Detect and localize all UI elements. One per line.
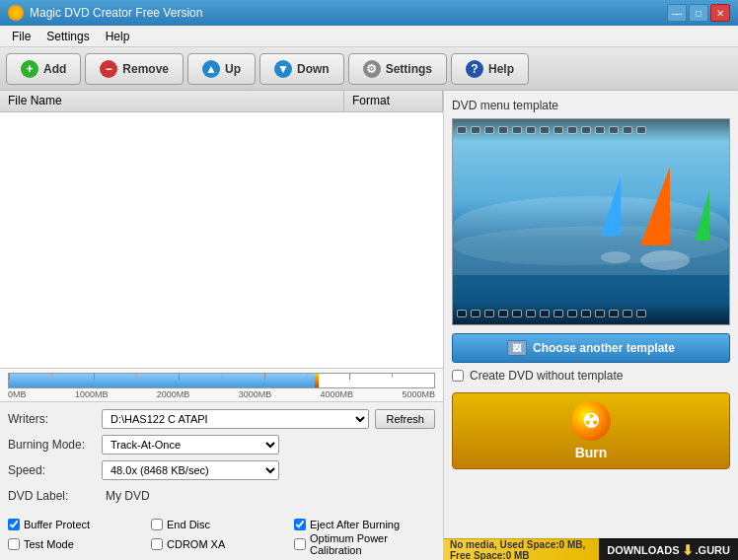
writers-label: Writers: [8, 412, 102, 426]
writers-dropdown[interactable]: D:\HAS122 C ATAPI [102, 409, 369, 429]
menu-bar: File Settings Help [0, 26, 738, 47]
left-panel: File Name Format [0, 91, 444, 560]
add-button[interactable]: + Add [6, 53, 81, 85]
help-label: Help [488, 62, 514, 76]
burning-mode-row: Burning Mode: Track-At-Once [8, 434, 435, 455]
film-strip-bottom [453, 303, 729, 324]
main-area: File Name Format [0, 91, 738, 560]
down-label: Down [297, 62, 330, 76]
close-button[interactable]: ✕ [710, 4, 730, 22]
progress-area: 0MB 1000MB 2000MB 3000MB 4000MB 5000MB [0, 369, 443, 402]
add-icon: + [21, 60, 38, 78]
burn-label: Burn [575, 445, 608, 460]
logo-suffix: .GURU [696, 544, 730, 556]
help-button[interactable]: ? Help [451, 53, 529, 85]
tick-5000mb: 5000MB [402, 389, 435, 399]
downloads-logo: DOWNLOADS ⬇ .GURU [599, 538, 738, 560]
checkbox-test-mode[interactable]: Test Mode [8, 532, 149, 556]
up-icon: ▲ [202, 60, 220, 78]
right-panel: DVD menu template [444, 91, 738, 560]
title-bar: Magic DVD Creator Free Version — □ ✕ [0, 0, 738, 26]
refresh-button[interactable]: Refresh [375, 409, 435, 429]
logo-arrow: ⬇ [682, 542, 694, 558]
test-mode-input[interactable] [8, 538, 20, 550]
tick-0mb: 0MB [8, 389, 27, 399]
menu-file[interactable]: File [4, 28, 38, 45]
sail3 [695, 191, 709, 241]
dvd-label-label: DVD Label: [8, 489, 102, 503]
tick-4000mb: 4000MB [321, 389, 354, 399]
tick-3000mb: 3000MB [239, 389, 272, 399]
burning-mode-dropdown[interactable]: Track-At-Once [102, 435, 279, 455]
help-icon: ? [466, 60, 483, 78]
writers-row: Writers: D:\HAS122 C ATAPI Refresh [8, 408, 435, 430]
eject-after-label: Eject After Burning [310, 519, 400, 530]
film-strip-top [453, 119, 729, 141]
no-template-row: Create DVD without template [452, 369, 730, 383]
checkbox-optimum-power[interactable]: Optimum Power Calibration [294, 532, 435, 556]
settings-area: Writers: D:\HAS122 C ATAPI Refresh Burni… [0, 402, 443, 517]
settings-button[interactable]: ⚙ Settings [348, 53, 447, 85]
menu-help[interactable]: Help [98, 28, 138, 45]
checkbox-buffer-protect[interactable]: Buffer Protect [8, 519, 149, 530]
optimum-power-label: Optimum Power Calibration [310, 532, 435, 556]
speed-label: Speed: [8, 463, 102, 477]
add-label: Add [43, 62, 66, 76]
tick-1000mb: 1000MB [75, 389, 109, 399]
down-button[interactable]: ▼ Down [259, 53, 344, 85]
burning-mode-label: Burning Mode: [8, 438, 102, 452]
toolbar: + Add − Remove ▲ Up ▼ Down ⚙ Settings ? … [0, 47, 738, 91]
file-list-header: File Name Format [0, 91, 443, 112]
choose-template-label: Choose another template [533, 341, 675, 355]
checkbox-eject-after[interactable]: Eject After Burning [294, 519, 435, 530]
no-template-checkbox[interactable] [452, 370, 464, 382]
col-filename-header: File Name [0, 91, 344, 111]
burn-icon: ☢ [571, 401, 611, 441]
menu-settings[interactable]: Settings [38, 28, 97, 45]
dvd-label-row: DVD Label: My DVD [8, 485, 435, 507]
file-list: File Name Format [0, 91, 443, 369]
dvd-preview [452, 118, 730, 325]
checkboxes-area: Buffer Protect End Disc Eject After Burn… [0, 517, 443, 560]
dvd-label-value: My DVD [102, 489, 150, 503]
up-label: Up [225, 62, 241, 76]
sail2 [601, 176, 621, 236]
speed-row: Speed: 48.0x (8468 KB/sec) [8, 459, 435, 481]
buffer-protect-label: Buffer Protect [24, 519, 90, 530]
minimize-button[interactable]: — [667, 4, 687, 22]
optimum-power-input[interactable] [294, 538, 306, 550]
buffer-protect-input[interactable] [8, 519, 20, 530]
settings-label: Settings [386, 62, 432, 76]
eject-after-input[interactable] [294, 519, 306, 530]
progress-ticks: 0MB 1000MB 2000MB 3000MB 4000MB 5000MB [8, 389, 435, 399]
template-img-icon: 🖼 [507, 340, 527, 356]
no-template-label: Create DVD without template [470, 369, 623, 383]
down-icon: ▼ [274, 60, 292, 78]
up-button[interactable]: ▲ Up [187, 53, 256, 85]
logo-text: DOWNLOADS [607, 544, 679, 556]
end-disc-input[interactable] [151, 519, 163, 530]
status-bar: No media, Used Space:0 MB, Free Space:0 … [444, 538, 738, 560]
maximize-button[interactable]: □ [689, 4, 708, 22]
progress-filled [9, 374, 315, 387]
cdrom-xa-label: CDROM XA [167, 538, 225, 550]
template-title: DVD menu template [452, 99, 730, 112]
test-mode-label: Test Mode [24, 538, 74, 550]
file-list-content[interactable] [0, 112, 443, 368]
remove-icon: − [100, 60, 117, 78]
burn-button[interactable]: ☢ Burn [452, 392, 730, 469]
progress-marker [315, 374, 319, 387]
window-controls: — □ ✕ [667, 4, 730, 22]
remove-button[interactable]: − Remove [85, 53, 184, 85]
choose-template-button[interactable]: 🖼 Choose another template [452, 333, 730, 363]
speed-dropdown[interactable]: 48.0x (8468 KB/sec) [102, 460, 279, 480]
cdrom-xa-input[interactable] [151, 538, 163, 550]
end-disc-label: End Disc [167, 519, 210, 530]
checkbox-cdrom-xa[interactable]: CDROM XA [151, 532, 292, 556]
col-format-header: Format [344, 91, 443, 111]
status-text: No media, Used Space:0 MB, Free Space:0 … [450, 539, 593, 561]
checkbox-end-disc[interactable]: End Disc [151, 519, 292, 530]
settings-icon: ⚙ [363, 60, 381, 78]
tick-2000mb: 2000MB [157, 389, 190, 399]
sail1 [640, 167, 670, 245]
